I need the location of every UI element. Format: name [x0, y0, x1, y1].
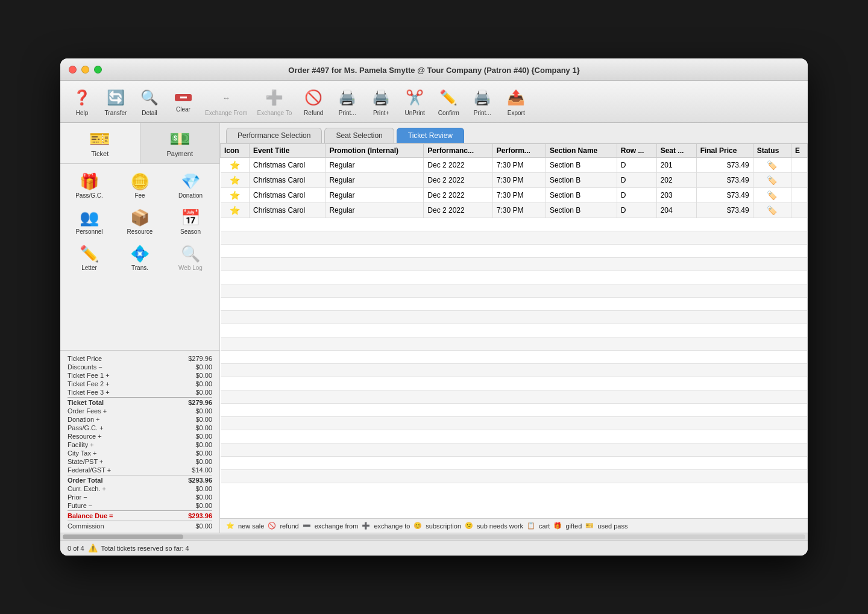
payment-tab-label: Payment: [167, 150, 193, 157]
fee3-label: Ticket Fee 3 +: [68, 389, 110, 396]
scrollbar-thumb[interactable]: [63, 534, 183, 539]
ticket-tab-label: Ticket: [91, 150, 108, 157]
print2-label: Print+: [373, 110, 389, 116]
trans-icon: 💠: [130, 245, 149, 263]
donation-label: Donation +: [68, 416, 100, 423]
horizontal-scrollbar[interactable]: [60, 533, 808, 540]
close-button[interactable]: [69, 66, 77, 74]
window-controls: [69, 66, 102, 74]
table-row-empty: [221, 245, 808, 258]
ticket-review-tab[interactable]: Ticket Review: [397, 128, 464, 143]
exchange-from-button[interactable]: ↔️ Exchange From: [201, 84, 251, 119]
summary-federalgst: Federal/GST + $14.00: [68, 466, 212, 474]
ticket-price-value: $279.96: [188, 355, 212, 362]
performance-selection-tab[interactable]: Performance Selection: [226, 128, 322, 143]
print2-icon: 🖨️: [370, 87, 392, 108]
currexch-label: Curr. Exch. +: [68, 485, 106, 492]
summary-citytax: City Tax + $0.00: [68, 449, 212, 457]
table-row[interactable]: ⭐ Christmas Carol Regular Dec 2 2022 7:3…: [221, 158, 808, 173]
table-row-empty: [221, 430, 808, 443]
trans-label: Trans.: [131, 265, 148, 271]
summary-fee3: Ticket Fee 3 + $0.00: [68, 388, 212, 396]
print1-button[interactable]: 🖨️ Print...: [332, 84, 363, 119]
table-row[interactable]: ⭐ Christmas Carol Regular Dec 2 2022 7:3…: [221, 173, 808, 188]
sidebar-trans[interactable]: 💠 Trans.: [116, 241, 164, 275]
exchange-to-button[interactable]: ➕ Exchange To: [254, 84, 296, 119]
help-button[interactable]: ❓ Help: [66, 84, 98, 119]
exchange-from-icon: ↔️: [215, 87, 237, 108]
row-price: $73.49: [696, 173, 753, 188]
prior-value: $0.00: [195, 493, 212, 501]
ticket-tab[interactable]: 🎫 Ticket: [60, 123, 140, 163]
summary-passgc: Pass/G.C. + $0.00: [68, 424, 212, 432]
unprint-button[interactable]: ✂️ UnPrint: [399, 84, 430, 119]
transfer-button[interactable]: 🔄 Transfer: [100, 84, 131, 119]
row-perf-time: 7:30 PM: [492, 188, 546, 203]
row-extra: [791, 188, 808, 203]
table-row-empty: [221, 284, 808, 298]
status-bar: 0 of 4 ⚠️ Total tickets reserved so far:…: [60, 540, 808, 556]
commission-label: Commission: [68, 522, 104, 530]
order-fees-value: $0.00: [195, 407, 212, 415]
col-seat: Seat ...: [656, 144, 696, 158]
legend-subwork-icon: 😕: [465, 522, 473, 530]
order-total-label: Order Total: [68, 477, 102, 484]
passgc-sum-label: Pass/G.C. +: [68, 424, 104, 431]
summary-fee1: Ticket Fee 1 + $0.00: [68, 371, 212, 380]
sidebar-personnel[interactable]: 👥 Personnel: [65, 205, 113, 239]
row-row: D: [617, 203, 656, 218]
refund-button[interactable]: 🚫 Refund: [298, 84, 329, 119]
summary-prior: Prior − $0.00: [68, 493, 212, 501]
order-total-value: $293.96: [188, 477, 212, 484]
donation-icon: 💎: [181, 172, 200, 191]
table-row-empty: [221, 364, 808, 377]
minimize-button[interactable]: [81, 66, 89, 74]
print2-button[interactable]: 🖨️ Print+: [365, 84, 397, 119]
sidebar-icons-grid: 🎁 Pass/G.C. 🪙 Fee 💎 Donation 👥 Personnel…: [60, 164, 219, 280]
exchange-to-icon: ➕: [263, 87, 285, 108]
sidebar-passgc[interactable]: 🎁 Pass/G.C.: [65, 169, 113, 202]
row-perf-time: 7:30 PM: [492, 203, 546, 218]
col-row: Row ...: [617, 144, 656, 158]
federalgst-label: Federal/GST +: [68, 466, 111, 474]
summary-commission: Commission $0.00: [68, 521, 212, 530]
confirm-button[interactable]: ✏️ Confirm: [433, 84, 464, 119]
print1-label: Print...: [339, 110, 356, 116]
row-status: 🏷️: [753, 188, 791, 203]
export-icon: 📤: [505, 87, 527, 108]
export-button[interactable]: 📤 Export: [500, 84, 532, 119]
refund-icon: 🚫: [303, 87, 324, 108]
legend-sub-icon: 😊: [414, 522, 422, 530]
col-event: Event Title: [250, 144, 326, 158]
ticket-total-label: Ticket Total: [68, 399, 104, 406]
row-event: Christmas Carol: [250, 173, 326, 188]
sidebar-season[interactable]: 📅 Season: [166, 205, 215, 239]
detail-button[interactable]: 🔍 Detail: [134, 84, 165, 119]
seat-selection-tab[interactable]: Seat Selection: [324, 128, 394, 143]
sidebar-weblog[interactable]: 🔍 Web Log: [166, 241, 215, 275]
row-event: Christmas Carol: [250, 158, 326, 173]
table-row[interactable]: ⭐ Christmas Carol Regular Dec 2 2022 7:3…: [221, 203, 808, 218]
col-perf-date: Performanc...: [424, 144, 492, 158]
sidebar: 🎫 Ticket 💵 Payment 🎁 Pass/G.C. 🪙 Fee: [60, 123, 220, 533]
sidebar-letter[interactable]: ✏️ Letter: [65, 241, 113, 275]
table-row-empty: [221, 404, 808, 417]
payment-tab[interactable]: 💵 Payment: [140, 123, 220, 163]
col-promotion: Promotion (Internal): [326, 144, 424, 158]
legend-cart-label: cart: [539, 522, 550, 530]
summary-ticket-total: Ticket Total $279.96: [68, 397, 212, 407]
sidebar-resource[interactable]: 📦 Resource: [116, 205, 164, 239]
table-row-empty: [221, 337, 808, 351]
print3-button[interactable]: 🖨️ Print...: [467, 84, 498, 119]
sidebar-donation[interactable]: 💎 Donation: [166, 169, 215, 202]
fee1-value: $0.00: [195, 372, 212, 379]
row-seat: 203: [656, 188, 696, 203]
sidebar-fee[interactable]: 🪙 Fee: [116, 169, 164, 202]
maximize-button[interactable]: [94, 66, 102, 74]
col-perf-time: Perform...: [492, 144, 546, 158]
table-row[interactable]: ⭐ Christmas Carol Regular Dec 2 2022 7:3…: [221, 188, 808, 203]
transfer-icon: 🔄: [105, 87, 127, 108]
season-icon: 📅: [181, 208, 200, 227]
clear-button[interactable]: ━ Clear: [168, 88, 199, 115]
row-icon: ⭐: [221, 173, 250, 188]
